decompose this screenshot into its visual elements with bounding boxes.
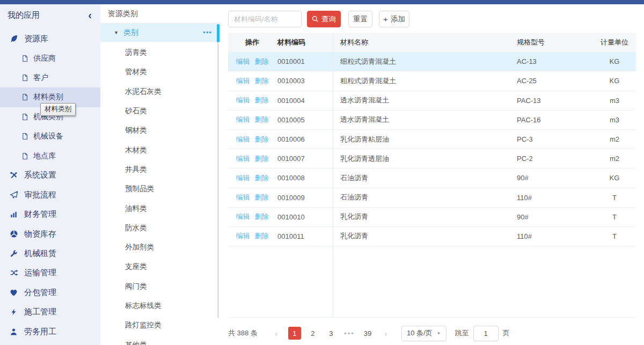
delete-link[interactable]: 删除	[255, 212, 269, 221]
toolbar: 查询 重置 + 添加	[228, 11, 636, 27]
edit-link[interactable]: 编辑	[236, 155, 250, 163]
category-item[interactable]: 水泥石灰类	[100, 82, 221, 101]
table-row: 编辑删除 0010009 石油沥青 110# T	[228, 188, 636, 208]
category-item[interactable]: 外加剂类	[100, 238, 221, 257]
reset-button[interactable]: 重置	[348, 11, 372, 27]
edit-link[interactable]: 编辑	[236, 174, 250, 182]
sidebar-item-system-settings[interactable]: 系统设置	[0, 166, 100, 185]
category-item[interactable]: 沥青类	[100, 43, 221, 62]
page-button-3[interactable]: 3	[325, 327, 338, 340]
delete-link[interactable]: 删除	[255, 174, 269, 182]
delete-link[interactable]: 删除	[255, 57, 269, 65]
sidebar-item-finance-management[interactable]: 财务管理	[0, 205, 100, 224]
cell-material-name: 乳化沥青	[333, 212, 513, 222]
next-page-icon[interactable]: ›	[379, 327, 392, 340]
delete-link[interactable]: 删除	[255, 115, 269, 123]
add-button[interactable]: + 添加	[379, 11, 409, 27]
delete-link[interactable]: 删除	[255, 193, 269, 201]
category-item[interactable]: 路灯监控类	[100, 315, 221, 335]
cell-spec-model: PAC-13	[513, 97, 593, 105]
sidebar-item-approval-flow[interactable]: 审批流程	[0, 185, 100, 204]
cell-material-code: 0010010	[276, 213, 333, 221]
cell-material-name: 细粒式沥青混凝土	[333, 57, 513, 67]
table-row: 编辑删除 0010003 粗粒式沥青混凝土 AC-25 KG	[228, 71, 636, 91]
reset-button-label: 重置	[353, 14, 368, 24]
delete-link[interactable]: 删除	[255, 135, 269, 143]
sidebar-item-construction-management[interactable]: 施工管理	[0, 302, 100, 321]
sidebar-item-labor-employment[interactable]: 劳务用工	[0, 322, 100, 341]
category-item[interactable]: 井具类	[100, 160, 221, 179]
edit-link[interactable]: 编辑	[236, 96, 250, 104]
sidebar-item-supplier[interactable]: 供应商	[0, 48, 100, 68]
caret-down-icon[interactable]: ▼	[114, 30, 119, 35]
jump-page-input[interactable]	[473, 326, 499, 341]
pagination: 共 388 条 ‹ 1 2 3 ••• 39 › 10 条/页 ▼ 跳至 页	[228, 321, 636, 345]
category-item[interactable]: 砂石类	[100, 101, 221, 121]
category-item[interactable]: 支座类	[100, 257, 221, 276]
category-item[interactable]: 钢材类	[100, 121, 221, 140]
shuffle-icon	[9, 269, 18, 277]
sidebar-item-resource-library[interactable]: 资源库	[0, 29, 100, 48]
tools-icon	[9, 171, 18, 179]
delete-link[interactable]: 删除	[255, 77, 269, 85]
query-button[interactable]: 查询	[307, 11, 341, 27]
cell-unit: m2	[593, 155, 636, 163]
sidebar-item-label: 劳务用工	[24, 327, 56, 337]
edit-link[interactable]: 编辑	[236, 57, 250, 65]
file-icon	[21, 93, 28, 101]
table-row: 编辑删除 0010001 细粒式沥青混凝土 AC-13 KG	[228, 52, 636, 71]
delete-link[interactable]: 删除	[255, 96, 269, 104]
category-item[interactable]: 阀门类	[100, 277, 221, 296]
pagination-total: 共 388 条	[228, 328, 258, 338]
cell-unit: m3	[593, 116, 636, 124]
page-button-2[interactable]: 2	[306, 327, 319, 340]
heart-icon	[9, 289, 18, 297]
prev-page-icon[interactable]: ‹	[270, 327, 283, 340]
category-item[interactable]: 木材类	[100, 140, 221, 159]
sidebar-item-machine-rental[interactable]: 机械租赁	[0, 244, 100, 263]
page-size-select[interactable]: 10 条/页 ▼	[401, 326, 447, 341]
page-button-39[interactable]: 39	[361, 327, 374, 340]
panel-scrollbar-thumb[interactable]	[217, 24, 219, 42]
cell-material-name: 粗粒式沥青混凝土	[333, 76, 513, 86]
sidebar-item-label: 机械设备	[33, 131, 63, 141]
search-input[interactable]	[228, 11, 302, 27]
category-tree-root[interactable]: ▼ 类别 •••	[100, 24, 221, 42]
edit-link[interactable]: 编辑	[236, 232, 250, 240]
cell-material-code: 0010005	[276, 116, 333, 124]
category-item[interactable]: 其他类	[100, 335, 221, 345]
collapse-sidebar-icon[interactable]: ‹	[88, 10, 92, 20]
page-button-1[interactable]: 1	[288, 327, 301, 340]
table-row: 编辑删除 0010005 透水沥青混凝土 PAC-16 m3	[228, 111, 636, 130]
cell-material-name: 透水沥青混凝土	[333, 96, 513, 105]
sidebar-item-material-inventory[interactable]: 物资库存	[0, 224, 100, 244]
sidebar-item-subcontract-management[interactable]: 分包管理	[0, 283, 100, 302]
leaf-icon	[9, 34, 18, 43]
sidebar-item-customer[interactable]: 客户	[0, 68, 100, 87]
category-item[interactable]: 防水类	[100, 218, 221, 238]
edit-link[interactable]: 编辑	[236, 135, 250, 143]
table-row: 编辑删除 0010010 乳化沥青 90# T	[228, 208, 636, 227]
sidebar-item-machine-equipment[interactable]: 机械设备	[0, 127, 100, 146]
sidebar-item-transport-management[interactable]: 运输管理	[0, 263, 100, 283]
sidebar-item-location-library[interactable]: 地点库	[0, 146, 100, 165]
edit-link[interactable]: 编辑	[236, 77, 250, 85]
edit-link[interactable]: 编辑	[236, 193, 250, 201]
category-item[interactable]: 管材类	[100, 62, 221, 82]
category-item[interactable]: 油料类	[100, 199, 221, 218]
column-header-name: 材料名称	[333, 38, 513, 47]
category-panel: 资源类别 ▼ 类别 ••• 沥青类 管材类 水泥石灰类 砂石类 钢材类 木材类 …	[100, 4, 221, 345]
delete-link[interactable]: 删除	[255, 232, 269, 240]
materials-table: 操作 材料编码 材料名称 规格型号 计量单位 编辑删除 0010001 细粒式沥…	[228, 33, 636, 318]
sidebar-item-label: 机械租赁	[24, 248, 56, 259]
cell-unit: T	[593, 213, 636, 221]
column-header-code: 材料编码	[276, 38, 333, 47]
category-item[interactable]: 预制品类	[100, 179, 221, 199]
category-item[interactable]: 标志标线类	[100, 296, 221, 315]
sidebar-item-label: 供应商	[33, 54, 56, 63]
panel-scrollbar-track[interactable]	[217, 43, 219, 318]
edit-link[interactable]: 编辑	[236, 115, 250, 123]
delete-link[interactable]: 删除	[255, 155, 269, 163]
cell-unit: KG	[593, 57, 636, 65]
edit-link[interactable]: 编辑	[236, 212, 250, 221]
